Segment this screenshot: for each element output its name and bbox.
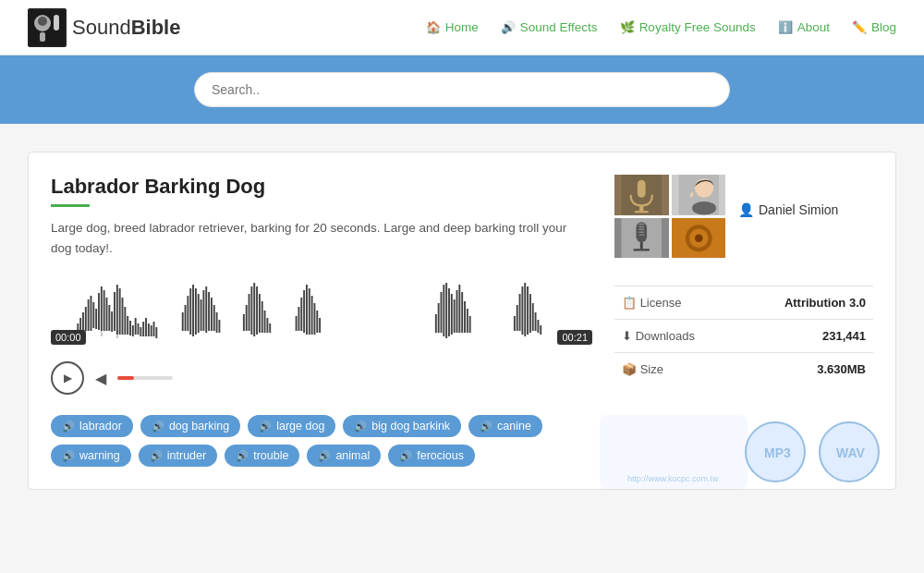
svg-rect-34 [151,325,152,336]
svg-rect-58 [250,286,252,335]
svg-rect-47 [201,299,202,331]
svg-rect-111 [634,249,650,250]
tag-trouble[interactable]: 🔊 trouble [225,445,299,467]
svg-rect-112 [638,223,644,224]
tag-intruder[interactable]: 🔊 intruder [139,445,217,467]
svg-rect-44 [192,285,194,336]
home-icon: 🏠 [426,20,441,34]
nav-about[interactable]: ℹ️ About [778,20,830,34]
tag-labrador[interactable]: 🔊 labrador [51,415,133,437]
svg-rect-52 [213,305,215,331]
tag-big-dog[interactable]: 🔊 big dog barkink [343,415,461,437]
tag-canine[interactable]: 🔊 canine [468,415,542,437]
svg-rect-94 [524,283,526,336]
svg-rect-35 [153,322,155,336]
svg-point-2 [38,17,47,26]
author-thumbnail-grid [614,175,725,258]
right-panel: 👤 Daniel Simion 📋 License Attribution 3.… [614,175,873,467]
tag-animal[interactable]: 🔊 animal [307,445,381,467]
sound-effects-icon: 🔊 [501,20,516,34]
svg-rect-23 [122,298,124,335]
logo-image [28,8,67,47]
svg-rect-48 [202,290,204,331]
play-button[interactable]: ▶ [51,361,84,395]
svg-rect-85 [458,285,460,333]
svg-rect-110 [640,242,643,249]
svg-rect-68 [300,298,302,331]
svg-rect-41 [185,305,187,331]
svg-text:http://www.kocpc.com.tw: http://www.kocpc.com.tw [627,474,719,483]
tag-ferocious[interactable]: 🔊 ferocious [388,445,475,467]
svg-rect-57 [249,294,250,331]
waveform-svg [51,279,592,344]
svg-rect-40 [182,312,184,331]
svg-rect-70 [306,285,308,335]
svg-rect-115 [638,231,644,232]
license-label: 📋 License [614,286,738,320]
svg-rect-89 [469,316,471,333]
svg-rect-15 [101,286,103,331]
svg-rect-13 [95,309,97,329]
thumb-3 [614,218,669,259]
main-content: Labrador Barking Dog Large dog, breed la… [9,124,915,508]
thumb-4 [672,218,726,259]
waveform-container: 00:00 00:21 [51,274,592,348]
downloads-row: ⬇ Downloads 231,441 [614,320,873,353]
downloads-label: ⬇ Downloads [614,320,738,353]
nav-blog[interactable]: ✏️ Blog [852,20,896,34]
license-row: 📋 License Attribution 3.0 [614,286,873,320]
svg-rect-103 [639,205,643,211]
svg-rect-38 [101,331,103,336]
nav-royalty-free[interactable]: 🌿 Royalty Free Sounds [620,20,756,34]
svg-rect-66 [296,316,298,331]
volume-bar[interactable] [117,376,173,380]
download-icon: ⬇ [622,329,632,343]
svg-rect-91 [517,305,518,331]
blog-icon: ✏️ [852,20,867,34]
svg-rect-42 [187,296,188,331]
svg-rect-25 [127,316,128,335]
tag-dog-barking[interactable]: 🔊 dog barking [140,415,240,437]
svg-rect-55 [243,314,245,331]
svg-rect-8 [82,312,84,331]
svg-point-120 [694,234,702,242]
svg-rect-21 [116,285,118,335]
author-section: 👤 Daniel Simion [614,175,873,267]
svg-rect-77 [438,303,440,333]
tag-warning[interactable]: 🔊 warning [51,445,131,467]
svg-rect-30 [140,327,141,336]
license-value: Attribution 3.0 [738,286,873,320]
svg-rect-88 [467,309,468,333]
svg-rect-28 [135,318,137,335]
nav-home[interactable]: 🏠 Home [426,20,479,34]
svg-rect-114 [638,228,644,229]
search-wrap [194,72,730,107]
tag-icon: 🔊 [62,450,75,462]
svg-rect-10 [88,299,90,331]
svg-rect-76 [435,314,437,333]
svg-rect-116 [638,234,644,235]
tag-large-dog[interactable]: 🔊 large dog [248,415,335,437]
svg-rect-63 [264,311,266,333]
tag-icon: 🔊 [318,450,331,462]
volume-icon: ◀ [95,370,106,387]
svg-rect-65 [269,323,271,333]
svg-rect-86 [461,292,463,333]
svg-rect-33 [148,323,150,336]
svg-rect-67 [298,307,299,331]
svg-rect-72 [311,296,313,335]
size-label: 📦 Size [614,353,738,386]
svg-rect-50 [208,292,210,331]
main-nav: 🏠 Home 🔊 Sound Effects 🌿 Royalty Free So… [426,20,896,34]
tag-icon: 🔊 [354,421,367,433]
svg-rect-3 [40,32,45,42]
logo[interactable]: SoundBible [28,8,180,47]
svg-rect-31 [142,322,144,336]
svg-rect-113 [638,226,644,226]
svg-rect-73 [313,303,315,335]
svg-point-5 [54,15,59,20]
nav-sound-effects[interactable]: 🔊 Sound Effects [501,20,598,34]
search-input[interactable] [194,72,730,107]
svg-point-107 [692,201,716,215]
svg-rect-12 [92,302,94,328]
